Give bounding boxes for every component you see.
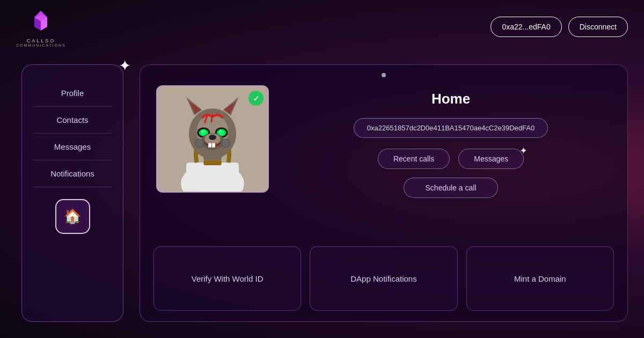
svg-point-22: [201, 130, 206, 135]
logo-text: CALLSO: [27, 38, 56, 43]
wallet-address-button[interactable]: 0xa22...edFA0: [491, 17, 561, 37]
header: CALLSO COMMUNICATIONS 0xa22...edFA0 Disc…: [0, 0, 644, 54]
sidebar: ✦ Profile Contacts Messages Notification…: [21, 64, 123, 322]
panel-upper: ✓ Home 0xa22651857dc2D0e411BA15470ae4cC2…: [140, 77, 627, 241]
header-right: 0xa22...edFA0 Disconnect: [491, 17, 628, 37]
sidebar-item-notifications[interactable]: Notifications: [33, 161, 112, 186]
verify-world-id-card[interactable]: Verify With World ID: [153, 246, 301, 311]
svg-point-31: [195, 139, 204, 148]
svg-point-25: [219, 130, 222, 133]
sidebar-divider-4: [33, 187, 112, 187]
svg-rect-7: [186, 163, 239, 192]
messages-button[interactable]: ✦ Messages: [458, 149, 524, 169]
svg-rect-30: [212, 143, 215, 148]
logo-icon: [26, 6, 56, 36]
dapp-notifications-card[interactable]: DApp Notifications: [310, 246, 457, 311]
wallet-full-address: 0xa22651857dc2D0e411BA15470ae4cC2e39DedF…: [354, 118, 548, 138]
svg-rect-29: [208, 143, 211, 148]
panel-lower: Verify With World ID DApp Notifications …: [140, 241, 627, 321]
sidebar-divider-1: [33, 106, 112, 107]
logo-sub: COMMUNICATIONS: [16, 43, 66, 47]
svg-rect-8: [203, 160, 221, 165]
recent-calls-button[interactable]: Recent calls: [378, 149, 450, 169]
disconnect-button[interactable]: Disconnect: [568, 17, 628, 37]
home-button[interactable]: 🏠: [55, 199, 90, 234]
sidebar-item-messages[interactable]: Messages: [33, 135, 112, 159]
logo: CALLSO COMMUNICATIONS: [16, 6, 66, 47]
sidebar-item-profile[interactable]: Profile: [33, 81, 112, 105]
svg-point-24: [201, 130, 203, 133]
avatar-frame: ✓: [156, 85, 269, 193]
panel-info: Home 0xa22651857dc2D0e411BA15470ae4cC2e3…: [290, 85, 611, 233]
sparkle-decoration: ✦: [119, 57, 131, 75]
sidebar-divider-3: [33, 160, 112, 160]
schedule-call-button[interactable]: Schedule a call: [404, 178, 499, 198]
mint-domain-card[interactable]: Mint a Domain: [466, 246, 614, 311]
action-row: Recent calls ✦ Messages: [378, 149, 524, 169]
svg-point-23: [219, 130, 224, 135]
home-icon: 🏠: [64, 208, 81, 225]
panel-dot: [382, 73, 386, 77]
avatar-verified-badge: ✓: [248, 91, 264, 106]
panel-title: Home: [431, 91, 470, 107]
svg-point-28: [209, 135, 216, 140]
sidebar-divider-2: [33, 133, 112, 134]
avatar-container: ✓: [156, 85, 274, 233]
sidebar-item-contacts[interactable]: Contacts: [33, 108, 112, 132]
svg-line-17: [211, 114, 213, 122]
sparkle-icon: ✦: [519, 145, 528, 157]
main-panel: ✓ Home 0xa22651857dc2D0e411BA15470ae4cC2…: [140, 64, 628, 322]
svg-point-32: [222, 139, 230, 148]
